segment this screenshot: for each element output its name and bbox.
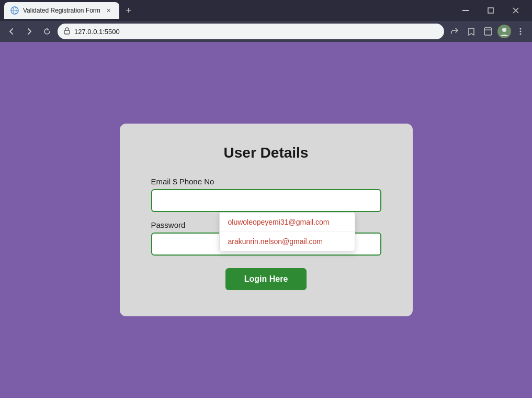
nav-bar: 127.0.0.1:5500 [0,21,532,42]
active-tab[interactable]: Validated Registration Form ✕ [4,2,119,19]
page-content: User Details Email $ Phone No oluwoleope… [0,42,532,398]
autocomplete-dropdown: oluwoleopeyemi31@gmail.com arakunrin.nel… [219,212,355,251]
profile-avatar[interactable] [497,25,511,38]
svg-rect-7 [64,30,70,34]
tab-group-button[interactable] [481,24,495,39]
back-button[interactable] [4,24,19,39]
address-bar[interactable]: 127.0.0.1:5500 [58,24,444,39]
close-button[interactable] [504,1,528,20]
tab-close-button[interactable]: ✕ [105,6,113,15]
email-group: Email $ Phone No oluwoleopeyemi31@gmail.… [151,177,381,212]
svg-rect-3 [462,10,469,11]
url-text: 127.0.0.1:5500 [74,28,438,36]
nav-right-icons [447,24,528,39]
svg-point-13 [520,31,522,32]
reload-button[interactable] [40,24,54,39]
svg-point-14 [520,34,522,35]
new-tab-button[interactable]: + [121,3,136,18]
tab-favicon [10,6,19,15]
minimize-button[interactable] [454,1,478,20]
browser-chrome: Validated Registration Form ✕ + [0,0,532,42]
window-controls [454,1,528,20]
form-card: User Details Email $ Phone No oluwoleope… [120,124,413,316]
form-title: User Details [151,145,381,161]
autocomplete-item-1[interactable]: oluwoleopeyemi31@gmail.com [220,213,355,232]
forward-button[interactable] [22,24,37,39]
tab-title: Validated Registration Form [23,7,100,14]
email-label: Email $ Phone No [151,177,381,186]
share-button[interactable] [447,24,462,39]
svg-point-11 [502,28,506,32]
svg-rect-8 [484,28,492,35]
svg-rect-4 [488,8,493,13]
svg-point-12 [520,28,522,30]
email-input[interactable] [151,189,381,212]
autocomplete-item-2[interactable]: arakunrin.nelson@gmail.com [220,232,355,251]
restore-button[interactable] [479,1,503,20]
bookmark-button[interactable] [464,24,479,39]
lock-icon [64,27,70,36]
menu-button[interactable] [513,24,528,39]
login-button[interactable]: Login Here [225,268,307,290]
title-bar: Validated Registration Form ✕ + [0,0,532,21]
